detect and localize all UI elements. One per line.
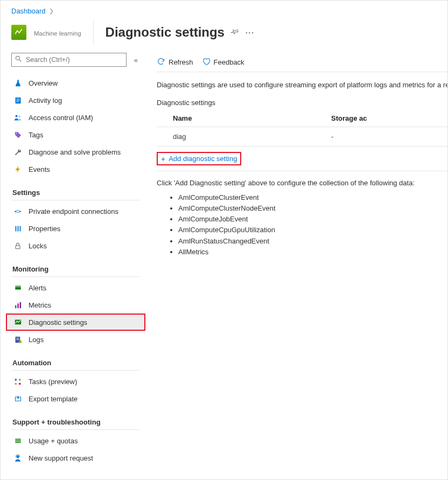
export-icon [13, 394, 22, 403]
metrics-icon [13, 301, 22, 309]
svg-rect-22 [16, 339, 19, 339]
svg-rect-17 [17, 303, 19, 308]
svg-rect-3 [16, 99, 19, 99]
svg-point-9 [15, 211, 16, 212]
log-icon [13, 96, 22, 105]
sidebar-item-label: Usage + quotas [29, 437, 78, 445]
svg-rect-29 [15, 439, 21, 440]
add-diagnostic-setting-button[interactable]: + Add diagnostic setting [157, 152, 241, 165]
tasks-icon [13, 377, 22, 386]
svg-point-8 [16, 133, 17, 134]
sidebar-item-label: Diagnostic settings [29, 318, 87, 326]
table-header-storage: Storage ac [331, 110, 447, 127]
main-content: Refresh Feedback Diagnostic settings are… [146, 53, 447, 479]
svg-rect-16 [15, 305, 16, 308]
table-header-name: Name [157, 110, 331, 127]
list-item: AmlComputeClusterEvent [178, 192, 447, 203]
svg-rect-30 [15, 440, 21, 441]
sidebar: « Overview Activity log Access control (… [1, 53, 146, 479]
cell-name: diag [157, 127, 331, 147]
sidebar-item-logs[interactable]: Logs [6, 331, 145, 348]
svg-point-32 [17, 455, 19, 458]
sidebar-item-events[interactable]: Events [6, 161, 145, 178]
sidebar-item-diagnostic-settings[interactable]: Diagnostic settings [6, 314, 145, 331]
toolbar: Refresh Feedback [157, 53, 447, 72]
sidebar-item-access-control[interactable]: Access control (IAM) [6, 109, 145, 126]
sidebar-item-usage-quotas[interactable]: Usage + quotas [6, 432, 145, 449]
svg-rect-13 [19, 226, 20, 231]
sidebar-item-label: Overview [29, 79, 58, 87]
svg-rect-11 [15, 226, 16, 231]
plus-icon: + [161, 155, 165, 163]
cell-storage: - [331, 127, 447, 147]
sidebar-item-metrics[interactable]: Metrics [6, 296, 145, 314]
sidebar-item-diagnose[interactable]: Diagnose and solve problems [6, 143, 145, 161]
flask-icon [13, 79, 22, 87]
svg-rect-5 [16, 101, 18, 102]
svg-rect-12 [17, 226, 18, 231]
sidebar-item-tasks[interactable]: Tasks (preview) [6, 373, 145, 390]
sidebar-item-locks[interactable]: Locks [6, 237, 145, 254]
search-input[interactable] [11, 53, 127, 67]
sidebar-item-label: Access control (IAM) [29, 114, 93, 122]
sidebar-heading-settings: Settings [6, 178, 145, 200]
svg-line-1 [19, 60, 22, 62]
resource-type: Machine learning [34, 30, 81, 37]
sidebar-item-properties[interactable]: Properties [6, 220, 145, 237]
sidebar-item-label: Diagnose and solve problems [29, 148, 121, 156]
collapse-sidebar-icon[interactable]: « [132, 54, 140, 66]
ml-resource-icon [11, 25, 26, 40]
tag-icon [13, 130, 22, 139]
more-icon[interactable]: ··· [246, 29, 255, 37]
sidebar-item-alerts[interactable]: Alerts [6, 279, 145, 296]
sidebar-heading-monitoring: Monitoring [6, 254, 145, 276]
svg-point-27 [19, 382, 21, 385]
sidebar-item-label: Activity log [29, 96, 62, 105]
sidebar-item-tags[interactable]: Tags [6, 126, 145, 143]
sidebar-item-label: Alerts [29, 284, 46, 292]
svg-point-0 [16, 56, 19, 60]
svg-point-24 [15, 378, 17, 380]
sidebar-item-overview[interactable]: Overview [6, 74, 145, 92]
sidebar-item-label: Private endpoint connections [29, 207, 118, 215]
sidebar-heading-automation: Automation [6, 348, 145, 370]
table-row[interactable]: diag - [157, 127, 447, 147]
lock-icon [13, 241, 22, 250]
sidebar-heading-support: Support + troubleshooting [6, 407, 145, 429]
separator [93, 19, 94, 45]
page-title: Diagnostic settings [106, 25, 225, 40]
people-icon [13, 113, 22, 122]
bolt-icon [13, 165, 22, 173]
data-list: AmlComputeClusterEvent AmlComputeCluster… [178, 192, 447, 258]
svg-rect-14 [16, 245, 20, 248]
sidebar-item-new-support-request[interactable]: New support request [6, 449, 145, 467]
alerts-icon [13, 283, 22, 292]
sidebar-item-private-endpoint[interactable]: Private endpoint connections [6, 203, 145, 220]
diagnostic-icon [13, 318, 22, 326]
sidebar-item-label: Properties [29, 225, 60, 233]
refresh-icon [157, 57, 165, 67]
pin-icon[interactable] [231, 27, 239, 37]
add-diagnostic-label: Add diagnostic setting [169, 155, 237, 163]
sidebar-item-activity-log[interactable]: Activity log [6, 92, 145, 109]
feedback-button[interactable]: Feedback [202, 57, 244, 67]
logs-icon [13, 335, 22, 344]
quota-icon [13, 436, 22, 445]
refresh-button[interactable]: Refresh [157, 57, 193, 67]
sidebar-item-label: Tasks (preview) [29, 378, 77, 386]
svg-point-23 [19, 340, 22, 343]
page-header: Machine learning Diagnostic settings ··· [1, 17, 447, 53]
svg-rect-15 [15, 286, 21, 290]
endpoint-icon [13, 207, 22, 215]
svg-point-25 [19, 378, 21, 380]
svg-rect-4 [16, 100, 19, 100]
support-icon [13, 454, 22, 462]
sidebar-item-label: Locks [29, 242, 47, 250]
sidebar-item-label: New support request [29, 454, 93, 462]
breadcrumb-dashboard[interactable]: Dashboard [11, 7, 46, 15]
sidebar-item-label: Logs [29, 336, 44, 344]
sidebar-item-label: Metrics [29, 301, 51, 309]
sidebar-item-export-template[interactable]: Export template [6, 390, 145, 407]
list-item: AmlRunStatusChangedEvent [178, 236, 447, 247]
list-item: AmlComputeCpuGpuUtilization [178, 225, 447, 235]
